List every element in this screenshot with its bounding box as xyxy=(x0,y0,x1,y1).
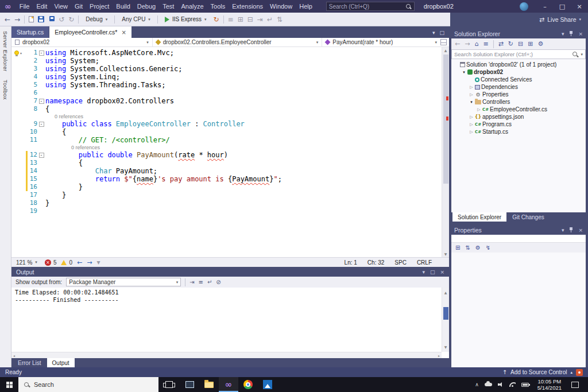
action-center-icon[interactable] xyxy=(571,382,579,388)
tree-expander-icon[interactable]: ▷ xyxy=(469,92,474,97)
messages-icon[interactable]: ≡ xyxy=(199,279,203,285)
navigate-forward-icon[interactable]: → xyxy=(14,16,20,23)
maximize-panel-icon[interactable]: □ xyxy=(430,269,435,275)
notifications-icon[interactable] xyxy=(576,369,583,376)
undo-icon[interactable]: ↺ xyxy=(59,16,64,23)
menu-debug[interactable]: Debug xyxy=(134,2,159,11)
window-position-icon[interactable]: ▾ xyxy=(562,227,564,233)
split-window-button[interactable] xyxy=(440,39,447,45)
menu-git[interactable]: Git xyxy=(71,2,86,11)
tree-item[interactable]: ▷C#Startup.cs xyxy=(451,128,586,135)
editor-vertical-scrollbar[interactable]: ▲ ▼ xyxy=(442,47,449,257)
tree-expander-icon[interactable]: ▾ xyxy=(469,100,474,104)
scroll-up-icon[interactable]: ▲ xyxy=(442,289,449,296)
minimize-button[interactable]: – xyxy=(536,0,554,13)
show-all-files-icon[interactable]: ⊞ xyxy=(528,40,533,48)
menu-build[interactable]: Build xyxy=(113,2,133,11)
output-horizontal-scrollbar[interactable]: ◂ ▸ xyxy=(11,352,442,358)
chevron-down-icon[interactable]: ▾ xyxy=(579,17,581,22)
code-editor[interactable]: ▾1-using Microsoft.AspNetCore.Mvc;2using… xyxy=(11,47,449,257)
menu-window[interactable]: Window xyxy=(266,2,296,11)
tree-item[interactable]: ▷{}appsettings.json xyxy=(451,113,586,121)
save-icon[interactable] xyxy=(38,16,44,22)
taskbar-chrome[interactable] xyxy=(238,377,258,392)
tree-expander-icon[interactable]: ▷ xyxy=(469,115,474,119)
user-avatar[interactable] xyxy=(520,2,528,11)
properties-grid[interactable] xyxy=(451,253,586,367)
battery-icon[interactable] xyxy=(521,383,529,387)
tree-expander-icon[interactable]: ▷ xyxy=(469,130,474,134)
taskbar-file-explorer[interactable] xyxy=(199,377,219,392)
chevron-down-icon[interactable]: ▾ xyxy=(581,52,583,57)
show-hidden-icons[interactable]: ∧ xyxy=(475,382,479,387)
taskbar-app-window[interactable] xyxy=(180,377,199,392)
tree-expander-icon[interactable]: ▾ xyxy=(461,70,467,75)
task-view-button[interactable] xyxy=(165,381,173,388)
tree-item[interactable]: Connected Services xyxy=(451,76,586,83)
zoom-dropdown[interactable]: 121 % ▾ xyxy=(16,259,40,266)
tree-item[interactable]: ▷⚙Properties xyxy=(451,91,586,98)
pin-icon[interactable] xyxy=(569,227,573,232)
navigate-back-icon[interactable]: ← xyxy=(5,16,10,23)
save-all-icon[interactable] xyxy=(48,16,55,22)
toolbar-extra-icon[interactable]: ↵ xyxy=(267,16,273,23)
taskbar-photos[interactable] xyxy=(258,377,277,392)
error-mark[interactable] xyxy=(446,117,448,121)
menu-analyze[interactable]: Analyze xyxy=(177,2,207,11)
code-lens-references[interactable]: 0 references xyxy=(11,113,449,120)
toolbar-extra-icon[interactable]: ⊟ xyxy=(247,16,253,23)
menu-help[interactable]: Help xyxy=(296,2,316,11)
menu-extensions[interactable]: Extensions xyxy=(229,2,266,11)
scrollbar-thumb[interactable] xyxy=(443,307,448,320)
menu-view[interactable]: View xyxy=(51,2,71,11)
scroll-down-icon[interactable]: ▼ xyxy=(442,252,449,256)
quick-launch-input[interactable] xyxy=(329,3,405,10)
error-mark[interactable] xyxy=(446,96,448,100)
quick-launch-search[interactable] xyxy=(326,2,415,11)
output-vertical-scrollbar[interactable]: ▲ ▼ xyxy=(442,288,449,352)
close-button[interactable]: × xyxy=(571,0,588,13)
scroll-left-icon[interactable]: ◂ xyxy=(13,352,15,359)
type-dropdown[interactable]: dropbox02.Controllers.EmployeeController… xyxy=(153,38,323,46)
forward-icon[interactable]: → xyxy=(465,40,470,48)
errors-icon[interactable]: × xyxy=(45,259,51,266)
error-count[interactable]: 5 xyxy=(53,259,57,266)
solution-explorer-search[interactable]: ▾ xyxy=(451,49,586,59)
chevron-down-icon[interactable]: ▾ xyxy=(432,30,435,36)
tree-item[interactable]: ▷C#Program.cs xyxy=(451,121,586,128)
tree-item[interactable]: Solution 'dropbox02' (1 of 1 project) xyxy=(451,61,586,68)
close-panel-icon[interactable]: × xyxy=(578,31,583,37)
toolbar-extra-icon[interactable]: ⇅ xyxy=(277,16,283,23)
code-lens-references[interactable]: 0 references xyxy=(11,144,449,151)
menu-tools[interactable]: Tools xyxy=(207,2,229,11)
tree-item[interactable]: ▾dropbox02 xyxy=(451,68,586,76)
warning-count[interactable]: 0 xyxy=(69,259,72,266)
output-source-dropdown[interactable]: Package Manager ▾ xyxy=(66,278,181,286)
close-panel-icon[interactable]: × xyxy=(578,227,583,233)
close-panel-icon[interactable]: × xyxy=(440,269,444,275)
tree-expander-icon[interactable]: ▷ xyxy=(476,107,482,112)
window-position-icon[interactable]: ▾ xyxy=(562,31,564,37)
lightbulb-icon[interactable] xyxy=(14,51,19,55)
panel-tab-git-changes[interactable]: Git Changes xyxy=(507,212,550,222)
find-message-icon[interactable]: ⇥ xyxy=(189,279,194,285)
back-icon[interactable]: ← xyxy=(455,40,460,48)
next-issue-icon[interactable]: → xyxy=(87,259,92,266)
fold-collapse-icon[interactable]: - xyxy=(39,122,44,127)
messages-filter-icon[interactable]: ▾ xyxy=(96,259,100,266)
clear-all-icon[interactable]: ⊘ xyxy=(216,279,220,285)
maximize-button[interactable]: □ xyxy=(554,0,571,13)
editor-tab[interactable]: Startup.cs xyxy=(11,26,49,38)
warnings-icon[interactable] xyxy=(61,260,67,265)
solution-platforms-dropdown[interactable]: Any CPU ▾ xyxy=(119,15,153,23)
menu-file[interactable]: File xyxy=(16,2,33,11)
onedrive-icon[interactable] xyxy=(485,383,492,386)
menu-project[interactable]: Project xyxy=(86,2,113,11)
editor-tab[interactable]: EmployeeController.cs*× xyxy=(49,26,131,38)
live-share-button[interactable]: Live Share xyxy=(547,16,576,23)
start-button[interactable] xyxy=(0,377,18,392)
toolbar-extra-icon[interactable]: ⇥ xyxy=(257,16,263,23)
scroll-down-icon[interactable]: ▼ xyxy=(442,343,449,351)
refresh-icon[interactable]: ↻ xyxy=(508,40,513,48)
toolbar-extra-icon[interactable]: ≡ xyxy=(228,16,234,23)
